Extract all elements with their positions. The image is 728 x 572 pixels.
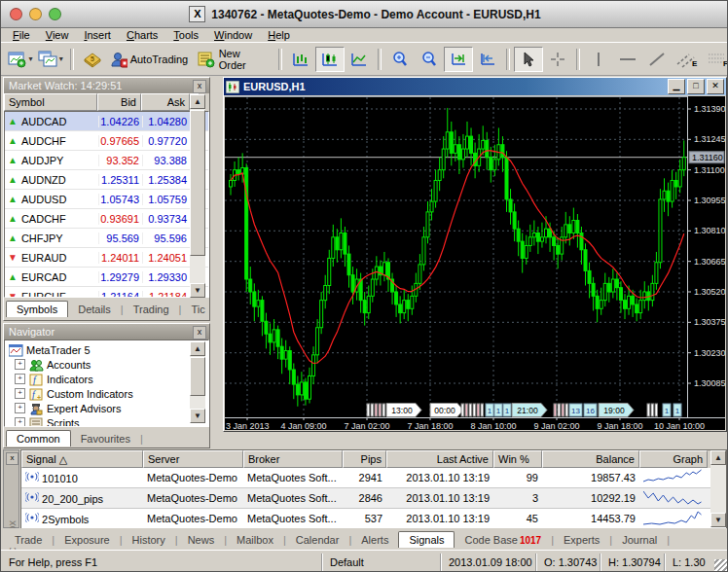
market-watch-row-chfjpy[interactable]: ▲CHFJPY95.56995.596	[5, 229, 208, 248]
signal-row-2symbols[interactable]: 2SymbolsMetaQuotes-DemoMetaQuotes Soft..…	[21, 509, 726, 529]
menu-item-file[interactable]: File	[5, 28, 38, 42]
equidistant-channel-tool-button[interactable]: E	[672, 47, 702, 72]
scroll-up-icon[interactable]: ▲	[190, 341, 205, 356]
column-header-broker[interactable]: Broker	[243, 450, 343, 468]
column-header-balance[interactable]: Balance	[542, 450, 639, 468]
menu-item-tools[interactable]: Tools	[165, 28, 206, 42]
scroll-up-icon[interactable]: ▲	[710, 450, 726, 465]
close-window-button[interactable]	[10, 8, 22, 20]
tab-favourites[interactable]: Favourites	[71, 431, 140, 447]
new-chart-dropdown-caret[interactable]: ▾	[28, 54, 32, 63]
tab-exposure[interactable]: Exposure	[55, 532, 119, 548]
cursor-tool-button[interactable]	[514, 47, 543, 72]
bar-chart-mode-button[interactable]	[286, 47, 315, 72]
market-watch-row-audchf[interactable]: ▲AUDCHF0.976650.97720	[5, 131, 208, 151]
navigator-item-metatrader-5[interactable]: MetaTrader 5	[9, 342, 208, 357]
column-header-pips[interactable]: Pips	[343, 450, 386, 468]
toolbox-close-icon[interactable]: x	[6, 452, 18, 465]
resize-grip[interactable]	[714, 559, 728, 572]
tab-experts[interactable]: Experts	[554, 532, 609, 548]
tab-history[interactable]: History	[123, 532, 175, 548]
scroll-down-icon[interactable]: ▼	[190, 409, 205, 423]
market-watch-row-cadchf[interactable]: ▲CADCHF0.936910.93734	[5, 209, 208, 229]
menu-item-help[interactable]: Help	[260, 28, 298, 42]
market-watch-row-eurcad[interactable]: ▲EURCAD1.292791.29330	[5, 268, 208, 287]
chart-window-title-bar[interactable]: EURUSD,H1 ▁ □ ✕	[224, 78, 726, 95]
chart-maximize-button[interactable]: □	[687, 79, 705, 94]
chart-minimize-button[interactable]: ▁	[668, 79, 685, 94]
candlestick-mode-button[interactable]	[315, 47, 345, 72]
line-chart-mode-button[interactable]	[345, 47, 374, 72]
column-header-server[interactable]: Server	[143, 450, 243, 468]
navigator-item-scripts[interactable]: +Scripts	[9, 415, 208, 427]
tab-trade[interactable]: Trade	[5, 532, 52, 548]
tab-trading[interactable]: Trading	[124, 302, 179, 317]
profiles-dropdown-caret[interactable]: ▾	[59, 54, 63, 63]
toolbox-scrollbar[interactable]: ▲ ▼	[710, 450, 726, 527]
column-header-symbol[interactable]: Symbol	[4, 93, 97, 111]
minimize-window-button[interactable]	[29, 8, 42, 20]
navigator-item-indicators[interactable]: +fIndicators	[9, 372, 208, 386]
tree-expander-icon[interactable]: +	[15, 388, 25, 399]
tab-calendar[interactable]: Calendar	[286, 532, 349, 548]
crosshair-tool-button[interactable]	[543, 47, 572, 72]
scroll-up-icon[interactable]: ▲	[190, 94, 205, 109]
zoom-out-button[interactable]	[415, 47, 444, 72]
tab-code-base[interactable]: Code Base1017	[455, 532, 551, 548]
tree-expander-icon[interactable]: +	[15, 359, 25, 370]
auto-scroll-button[interactable]	[444, 47, 473, 72]
tab-mailbox[interactable]: Mailbox	[227, 532, 283, 548]
navigator-item-accounts[interactable]: +Accounts	[9, 357, 208, 372]
chart-close-button[interactable]: ✕	[707, 79, 724, 94]
tab-alerts[interactable]: Alerts	[351, 532, 398, 548]
new-order-button[interactable]: New Order	[194, 47, 274, 72]
tab-news[interactable]: News	[178, 532, 225, 548]
navigator-item-custom-indicators[interactable]: +f+Custom Indicators	[9, 386, 208, 401]
market-watch-row-audnzd[interactable]: ▲AUDNZD1.253111.25384	[5, 170, 208, 190]
zoom-window-button[interactable]	[49, 8, 61, 20]
column-header-graph[interactable]: Graph	[639, 450, 708, 468]
scrollbar-thumb[interactable]	[190, 110, 205, 256]
scrollbar-thumb[interactable]	[190, 357, 205, 396]
market-watch-scrollbar[interactable]: ▲ ▼	[190, 94, 205, 298]
tab-details[interactable]: Details	[68, 302, 121, 317]
trend-line-tool-button[interactable]	[642, 47, 672, 72]
menu-item-view[interactable]: View	[38, 28, 77, 42]
fibonacci-tool-button[interactable]: F	[703, 47, 728, 72]
status-profile[interactable]: Default	[322, 554, 441, 571]
navigator-close-icon[interactable]: x	[193, 326, 206, 340]
tree-expander-icon[interactable]: +	[15, 403, 25, 413]
autotrading-button[interactable]: AutoTrading	[107, 47, 194, 72]
signal-row-20_200_pips[interactable]: 20_200_pipsMetaQuotes-DemoMetaQuotes Sof…	[21, 488, 726, 509]
column-header-bid[interactable]: Bid	[97, 93, 141, 111]
zoom-in-button[interactable]	[385, 47, 415, 72]
market-watch-row-eurchf[interactable]: ▼EURCHF1.211641.21184	[5, 287, 208, 298]
market-watch-row-euraud[interactable]: ▼EURAUD1.240111.24051	[5, 248, 208, 268]
profiles-button[interactable]: ▾	[35, 47, 65, 72]
market-watch-row-audusd[interactable]: ▲AUDUSD1.057431.05759	[5, 190, 208, 209]
column-header-ask[interactable]: Ask	[141, 93, 190, 111]
chart-canvas[interactable]: 1.313901.312451.311001.309551.308101.306…	[225, 96, 725, 430]
market-watch-row-audjpy[interactable]: ▲AUDJPY93.35293.388	[5, 151, 208, 170]
market-watch-close-icon[interactable]: x	[193, 80, 206, 93]
mql5-community-button[interactable]: 5	[78, 47, 107, 72]
tab-tic[interactable]: Tic	[181, 302, 209, 317]
chart-shift-button[interactable]	[473, 47, 502, 72]
tab-journal[interactable]: Journal	[612, 532, 667, 548]
vertical-line-tool-button[interactable]	[584, 47, 613, 72]
column-header-win-[interactable]: Win %	[493, 450, 542, 468]
column-header-last-active[interactable]: Last Active	[386, 450, 493, 468]
horizontal-line-tool-button[interactable]	[613, 47, 642, 72]
navigator-scrollbar[interactable]: ▲ ▼	[190, 341, 205, 423]
scroll-down-icon[interactable]: ▼	[710, 513, 726, 527]
new-chart-button[interactable]: ▾	[5, 47, 35, 72]
tab-common[interactable]: Common	[6, 430, 71, 447]
signal-row-101010[interactable]: 101010MetaQuotes-DemoMetaQuotes Soft...2…	[21, 468, 726, 488]
navigator-item-expert-advisors[interactable]: +Expert Advisors	[9, 401, 208, 415]
tab-signals[interactable]: Signals	[398, 531, 455, 548]
market-watch-row-audcad[interactable]: ▲AUDCAD1.042261.04280	[5, 112, 208, 131]
menu-item-charts[interactable]: Charts	[119, 28, 165, 42]
tree-expander-icon[interactable]: +	[15, 417, 25, 427]
tab-symbols[interactable]: Symbols	[6, 301, 68, 317]
scroll-down-icon[interactable]: ▼	[190, 283, 205, 298]
